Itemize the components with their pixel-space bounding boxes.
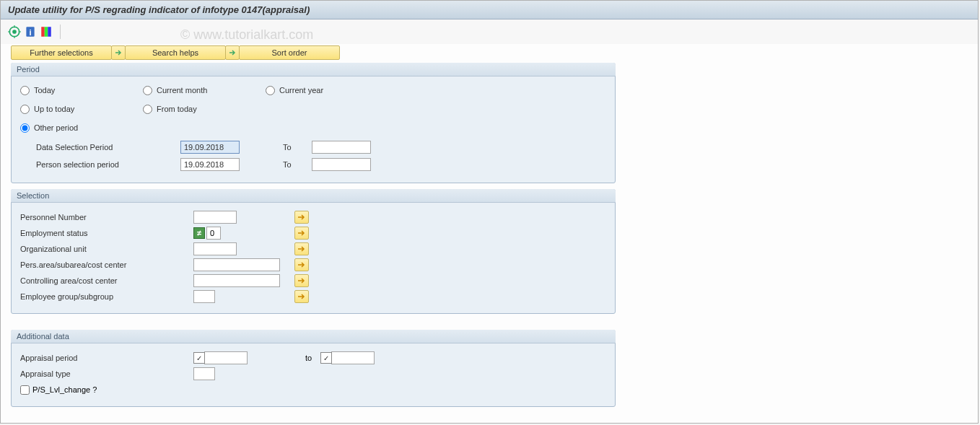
radio-up-to-today-label[interactable]: Up to today — [34, 105, 74, 113]
data-selection-from-input[interactable] — [180, 141, 240, 154]
person-selection-to-input[interactable] — [312, 158, 371, 171]
search-helps-arrow[interactable] — [225, 45, 240, 60]
org-unit-label: Organizational unit — [20, 245, 193, 253]
pers-area-label: Pers.area/subarea/cost center — [20, 260, 193, 269]
appraisal-period-to-label: to — [305, 354, 312, 362]
app-toolbar: i — [1, 19, 978, 44]
person-selection-to-label: To — [283, 160, 312, 169]
personnel-number-multi-button[interactable] — [294, 211, 309, 224]
radio-from-today-label[interactable]: From today — [157, 105, 197, 113]
employment-status-multi-button[interactable] — [294, 227, 309, 240]
personnel-number-input[interactable] — [193, 211, 237, 224]
appraisal-period-label: Appraisal period — [20, 354, 193, 362]
radio-current-month[interactable] — [143, 86, 152, 95]
page-title: Update utility for P/S regrading indicat… — [8, 4, 310, 15]
appraisal-period-to-check-icon[interactable] — [320, 352, 332, 364]
not-equal-icon[interactable]: ≠ — [193, 227, 205, 239]
radio-current-year-label[interactable]: Current year — [279, 86, 323, 95]
pers-area-multi-button[interactable] — [294, 258, 309, 271]
appraisal-type-label: Appraisal type — [20, 369, 193, 378]
selection-button-row: Further selections Search helps Sort ord… — [1, 44, 978, 61]
controlling-area-multi-button[interactable] — [294, 274, 309, 287]
ps-lvl-change-checkbox[interactable] — [20, 385, 30, 395]
org-unit-multi-button[interactable] — [294, 242, 309, 255]
org-unit-input[interactable] — [193, 242, 237, 255]
appraisal-period-from-input[interactable] — [204, 351, 248, 364]
further-selections-button[interactable]: Further selections — [11, 45, 112, 60]
search-helps-button[interactable]: Search helps — [125, 45, 226, 60]
data-selection-period-label: Data Selection Period — [20, 143, 180, 152]
svg-text:i: i — [29, 28, 31, 37]
radio-current-month-label[interactable]: Current month — [157, 86, 207, 95]
employee-group-input[interactable] — [193, 290, 215, 303]
radio-today-label[interactable]: Today — [34, 86, 55, 95]
radio-current-year[interactable] — [266, 86, 275, 95]
title-bar: Update utility for P/S regrading indicat… — [1, 1, 978, 19]
svg-rect-4 — [41, 27, 45, 37]
controlling-area-label: Controlling area/cost center — [20, 276, 193, 285]
radio-other-period-label[interactable]: Other period — [34, 123, 78, 132]
selection-group-title: Selection — [11, 189, 616, 203]
selection-group: Selection Personnel Number Employment st… — [11, 189, 616, 314]
color-legend-icon[interactable] — [40, 25, 53, 38]
info-icon[interactable]: i — [24, 25, 37, 38]
svg-rect-6 — [48, 27, 51, 37]
toolbar-separator — [60, 25, 61, 39]
svg-rect-5 — [45, 27, 48, 37]
additional-data-group: Additional data Appraisal period to Appr… — [11, 330, 616, 407]
execute-icon[interactable] — [8, 25, 21, 38]
employee-group-label: Employee group/subgroup — [20, 292, 193, 301]
person-selection-from-input[interactable] — [180, 158, 240, 171]
appraisal-period-from-check-icon[interactable] — [193, 352, 205, 364]
controlling-area-input[interactable] — [193, 274, 280, 287]
appraisal-period-to-input[interactable] — [331, 351, 375, 364]
period-group: Period Today Current month Current year — [11, 63, 616, 183]
person-selection-period-label: Person selection period — [20, 160, 180, 169]
radio-other-period[interactable] — [20, 123, 30, 133]
svg-point-1 — [12, 30, 17, 34]
pers-area-input[interactable] — [193, 258, 280, 271]
employee-group-multi-button[interactable] — [294, 290, 309, 303]
period-group-title: Period — [11, 63, 616, 76]
additional-data-title: Additional data — [11, 330, 616, 343]
employment-status-label: Employment status — [20, 229, 193, 237]
ps-lvl-change-label[interactable]: P/S_Lvl_change ? — [32, 385, 97, 394]
further-selections-arrow[interactable] — [111, 45, 126, 60]
data-selection-to-label: To — [283, 143, 312, 152]
radio-today[interactable] — [20, 86, 30, 95]
radio-up-to-today[interactable] — [20, 105, 30, 114]
data-selection-to-input[interactable] — [312, 141, 371, 154]
radio-from-today[interactable] — [143, 105, 152, 114]
appraisal-type-input[interactable] — [193, 367, 215, 380]
employment-status-input[interactable] — [206, 227, 221, 240]
sort-order-button[interactable]: Sort order — [239, 45, 340, 60]
personnel-number-label: Personnel Number — [20, 213, 193, 222]
